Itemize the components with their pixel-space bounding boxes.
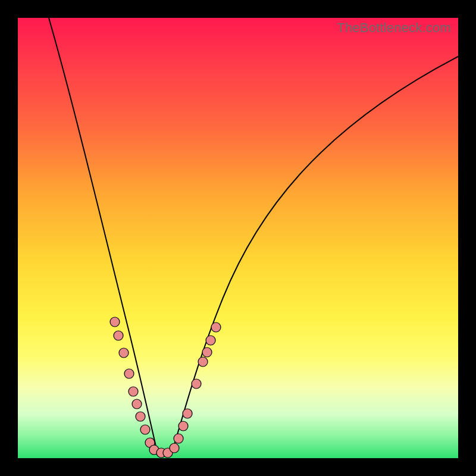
svg-point-19 xyxy=(206,336,215,345)
svg-point-7 xyxy=(140,425,150,434)
svg-point-0 xyxy=(110,317,120,327)
svg-point-12 xyxy=(170,443,179,453)
svg-point-20 xyxy=(211,322,221,332)
svg-point-18 xyxy=(202,347,212,357)
scatter-cluster xyxy=(110,317,221,458)
svg-point-1 xyxy=(114,331,123,340)
svg-point-5 xyxy=(132,399,142,409)
svg-point-2 xyxy=(119,348,129,358)
svg-point-3 xyxy=(124,369,134,378)
curve-right-arm xyxy=(171,57,458,454)
chart-svg xyxy=(18,18,458,458)
svg-point-6 xyxy=(136,412,145,421)
curve-left-arm xyxy=(49,18,158,454)
svg-point-16 xyxy=(192,379,201,389)
svg-point-4 xyxy=(129,387,138,396)
svg-point-15 xyxy=(183,409,192,418)
svg-point-14 xyxy=(178,421,188,431)
svg-point-17 xyxy=(198,357,208,367)
watermark-text: TheBottleneck.com xyxy=(337,20,451,36)
plot-area: TheBottleneck.com xyxy=(18,18,458,458)
svg-point-13 xyxy=(174,434,183,443)
